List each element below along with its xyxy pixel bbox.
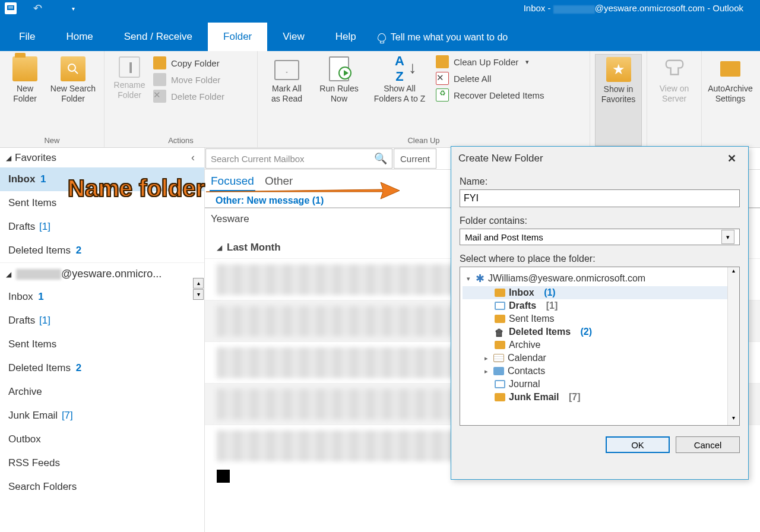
folder-junk[interactable]: Junk Email [7] (0, 404, 204, 428)
chevron-down-icon: ◢ (6, 270, 11, 278)
unknown-square-icon (217, 470, 230, 483)
close-icon[interactable]: ✕ (723, 150, 741, 167)
folder-icon (12, 56, 37, 81)
clean-up-folder-button[interactable]: Clean Up Folder▾ (436, 55, 544, 68)
fav-drafts[interactable]: Drafts [1] (0, 215, 204, 239)
recover-icon: ♻ (436, 88, 449, 102)
tree-contacts[interactable]: ▸Contacts (463, 365, 737, 378)
group-label-cleanup: Clean Up (258, 136, 590, 145)
search-icon[interactable]: 🔍 (374, 152, 387, 165)
tree-calendar[interactable]: ▸Calendar (463, 352, 737, 365)
place-label: Select where to place the folder: (460, 254, 740, 264)
svg-line-4 (75, 71, 78, 74)
folder-tree[interactable]: ▾✱JWilliams@yesware.onmicrosoft.com Inbo… (460, 267, 740, 426)
tree-archive[interactable]: Archive (463, 338, 737, 352)
autoarchive-settings-button[interactable]: AutoArchive Settings (707, 54, 754, 146)
contacts-icon (493, 367, 504, 375)
chevron-right-icon: ▸ (483, 354, 490, 362)
tree-sent[interactable]: Sent Items (463, 312, 737, 325)
delete-folder-icon: ✕ (153, 90, 166, 103)
qat-sendreceive-icon[interactable] (5, 2, 17, 14)
new-folder-button[interactable]: New Folder (5, 54, 45, 146)
svg-point-3 (68, 64, 75, 71)
chevron-down-icon: ▾ (721, 230, 734, 244)
cancel-button[interactable]: Cancel (676, 436, 740, 453)
tab-file[interactable]: File (4, 23, 50, 51)
search-scope-dropdown[interactable]: Current (394, 148, 436, 169)
folder-outbox[interactable]: Outbox (0, 428, 204, 451)
folder-search-folders[interactable]: Search Folders (0, 475, 204, 499)
rules-icon (327, 56, 352, 81)
account-header[interactable]: ◢@yesware.onmicro... (0, 262, 204, 285)
fav-sent[interactable]: Sent Items (0, 191, 204, 215)
chevron-right-icon: ▸ (483, 368, 490, 375)
folder-pane: ◢ Favorites ‹ Inbox 1 Sent Items Drafts … (0, 148, 205, 532)
recover-deleted-button[interactable]: ♻Recover Deleted Items (436, 88, 544, 102)
folder-deleted[interactable]: Deleted Items 2 (0, 356, 204, 380)
qat-dropdown-icon[interactable]: ▾ (72, 5, 75, 12)
folder-inbox[interactable]: Inbox 1 (0, 285, 204, 309)
dialog-title: Create New Folder (458, 153, 543, 164)
junk-icon (495, 393, 505, 401)
fav-inbox[interactable]: Inbox 1 (0, 167, 204, 191)
view-on-server-button: View on Server (652, 54, 696, 146)
tab-home[interactable]: Home (50, 23, 108, 51)
new-search-folder-button[interactable]: New Search Folder (49, 54, 97, 146)
folder-sent[interactable]: Sent Items (0, 332, 204, 356)
show-in-favorites-button[interactable]: ★Show in Favorites (595, 54, 642, 146)
show-all-folders-button[interactable]: AZ↓Show All Folders A to Z (367, 54, 432, 146)
copy-folder-icon (153, 56, 166, 69)
tree-drafts[interactable]: Drafts [1] (463, 299, 737, 312)
delete-all-button[interactable]: ✕Delete All (436, 72, 544, 85)
tab-help[interactable]: Help (320, 23, 372, 51)
ribbon-tabs: File Home Send / Receive Folder View Hel… (0, 17, 760, 51)
folder-drafts[interactable]: Drafts [1] (0, 309, 204, 332)
tab-other[interactable]: Other (264, 172, 294, 192)
tell-me-search[interactable]: Tell me what you want to do (378, 32, 508, 51)
title-bar: ↶ ▾ Inbox - @yesware.onmicrosoft.com - O… (0, 0, 760, 17)
undo-icon[interactable]: ↶ (33, 2, 42, 15)
ribbon: New Folder New Search Folder New Rename … (0, 51, 760, 148)
group-label-actions: Actions (104, 136, 257, 145)
tree-deleted[interactable]: 🗑Deleted Items (2) (463, 325, 737, 338)
folder-rss[interactable]: RSS Feeds (0, 451, 204, 475)
group-label-new: New (0, 136, 104, 145)
run-rules-button[interactable]: Run Rules Now (315, 54, 363, 146)
trash-icon: 🗑 (495, 328, 505, 336)
scrollbar-stub[interactable]: ▴▾ (192, 277, 204, 319)
favorite-star-icon: ★ (606, 57, 631, 82)
name-label: Name: (460, 176, 740, 187)
tab-focused[interactable]: Focused (210, 172, 255, 192)
tree-inbox[interactable]: Inbox (1) (463, 286, 737, 299)
chevron-down-icon: ◢ (6, 154, 11, 162)
collapse-pane-icon[interactable]: ‹ (191, 151, 198, 164)
delete-all-icon: ✕ (436, 72, 449, 85)
search-folder-icon (61, 56, 86, 81)
tree-account[interactable]: ▾✱JWilliams@yesware.onmicrosoft.com (463, 271, 737, 286)
search-input[interactable]: Search Current Mailbox🔍 (205, 148, 392, 169)
tab-folder[interactable]: Folder (208, 23, 267, 51)
svg-rect-1 (8, 7, 13, 7)
copy-folder-button[interactable]: Copy Folder (153, 56, 224, 69)
tree-junk[interactable]: Junk Email [7] (463, 391, 737, 404)
move-folder-button: Move Folder (153, 73, 224, 86)
chevron-down-icon: ▾ (465, 275, 472, 283)
folder-contains-dropdown[interactable]: Mail and Post Items▾ (460, 229, 740, 245)
favorites-header[interactable]: ◢ Favorites ‹ (0, 148, 204, 167)
delete-folder-button: ✕Delete Folder (153, 90, 224, 103)
az-sort-icon: AZ↓ (387, 56, 412, 81)
ok-button[interactable]: OK (606, 436, 670, 453)
server-icon (662, 56, 687, 81)
tab-view[interactable]: View (267, 23, 320, 51)
tree-journal[interactable]: Journal (463, 378, 737, 391)
tree-scrollbar[interactable]: ▴▾ (727, 267, 739, 425)
folder-archive[interactable]: Archive (0, 380, 204, 404)
autoarchive-icon (718, 56, 743, 81)
rename-folder-button: Rename Folder (109, 54, 150, 146)
folder-name-input[interactable] (460, 189, 740, 207)
mark-all-read-button[interactable]: Mark All as Read (262, 54, 311, 146)
fav-deleted[interactable]: Deleted Items 2 (0, 239, 204, 262)
tab-send-receive[interactable]: Send / Receive (109, 23, 208, 51)
cleanup-icon (436, 55, 449, 68)
journal-icon (495, 380, 505, 388)
